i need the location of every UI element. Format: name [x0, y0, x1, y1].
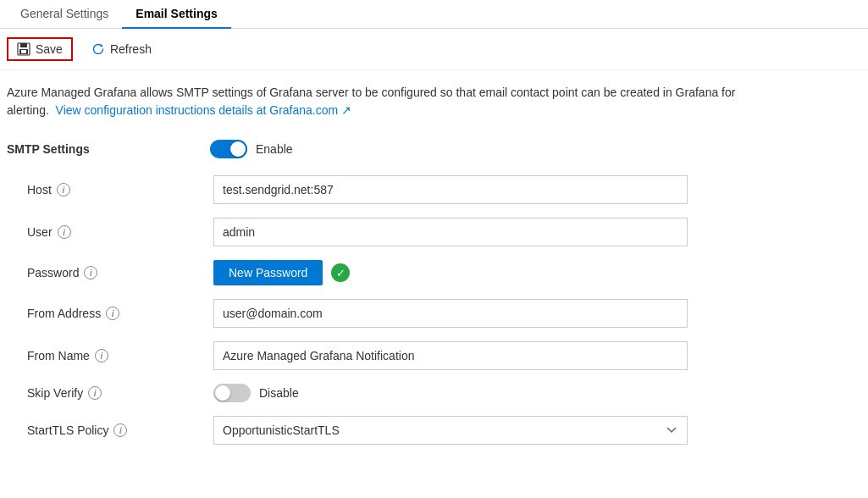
password-label: Password i [27, 266, 213, 279]
starttls-field-row: StartTLS Policy i OpportunisticStartTLS … [27, 416, 861, 445]
skip-verify-control: Disable [213, 384, 299, 402]
svg-rect-1 [20, 43, 27, 47]
grafana-link[interactable]: View configuration instructions details … [56, 103, 351, 117]
smtp-toggle-thumb [230, 141, 246, 157]
smtp-enable-control: Enable [210, 140, 293, 158]
svg-rect-3 [21, 50, 26, 53]
toolbar: Save Refresh [0, 29, 868, 70]
from-name-field-row: From Name i [27, 341, 861, 370]
password-control: New Password ✓ [213, 260, 350, 285]
smtp-settings-label: SMTP Settings [7, 142, 210, 156]
refresh-icon [91, 42, 105, 56]
save-icon [17, 42, 30, 56]
skip-verify-toggle-track [213, 384, 251, 402]
smtp-enable-label: Enable [256, 142, 293, 156]
smtp-toggle-track [210, 140, 247, 158]
from-address-info-icon[interactable]: i [106, 307, 119, 320]
password-field-row: Password i New Password ✓ [27, 260, 861, 285]
host-info-icon[interactable]: i [57, 183, 70, 196]
skip-verify-info-icon[interactable]: i [88, 386, 102, 400]
from-address-input[interactable] [213, 299, 688, 328]
tab-bar: General Settings Email Settings [0, 0, 868, 29]
external-link-icon: ↗ [341, 103, 351, 117]
form-fields: Host i User i Password i New Password [7, 175, 861, 445]
user-field-row: User i [27, 218, 861, 246]
smtp-settings-row: SMTP Settings Enable [7, 140, 861, 158]
skip-verify-toggle[interactable] [213, 384, 251, 402]
host-field-row: Host i [27, 175, 861, 204]
content-area: Azure Managed Grafana allows SMTP settin… [0, 70, 868, 472]
tab-general-settings[interactable]: General Settings [7, 0, 122, 29]
from-name-input[interactable] [213, 341, 688, 370]
user-info-icon[interactable]: i [58, 225, 71, 239]
starttls-label: StartTLS Policy i [27, 423, 213, 437]
from-name-label: From Name i [27, 349, 213, 362]
host-label: Host i [27, 183, 213, 196]
starttls-select[interactable]: OpportunisticStartTLS MandatoryStartTLS … [213, 416, 688, 445]
tab-email-settings[interactable]: Email Settings [122, 0, 230, 29]
smtp-enable-toggle[interactable] [210, 140, 247, 158]
password-info-icon[interactable]: i [84, 266, 97, 279]
new-password-button[interactable]: New Password [213, 260, 323, 285]
refresh-button[interactable]: Refresh [86, 39, 157, 59]
skip-verify-toggle-thumb [215, 385, 230, 401]
user-label: User i [27, 225, 213, 239]
password-check-icon: ✓ [331, 263, 350, 282]
from-address-label: From Address i [27, 307, 213, 320]
host-input[interactable] [213, 175, 688, 204]
save-button[interactable]: Save [7, 37, 73, 61]
from-name-info-icon[interactable]: i [95, 349, 108, 362]
skip-verify-toggle-label: Disable [259, 386, 299, 400]
skip-verify-field-row: Skip Verify i Disable [27, 384, 861, 402]
from-address-field-row: From Address i [27, 299, 861, 328]
description-text: Azure Managed Grafana allows SMTP settin… [7, 84, 769, 119]
user-input[interactable] [213, 218, 688, 246]
skip-verify-label: Skip Verify i [27, 386, 213, 400]
starttls-info-icon[interactable]: i [113, 423, 127, 437]
